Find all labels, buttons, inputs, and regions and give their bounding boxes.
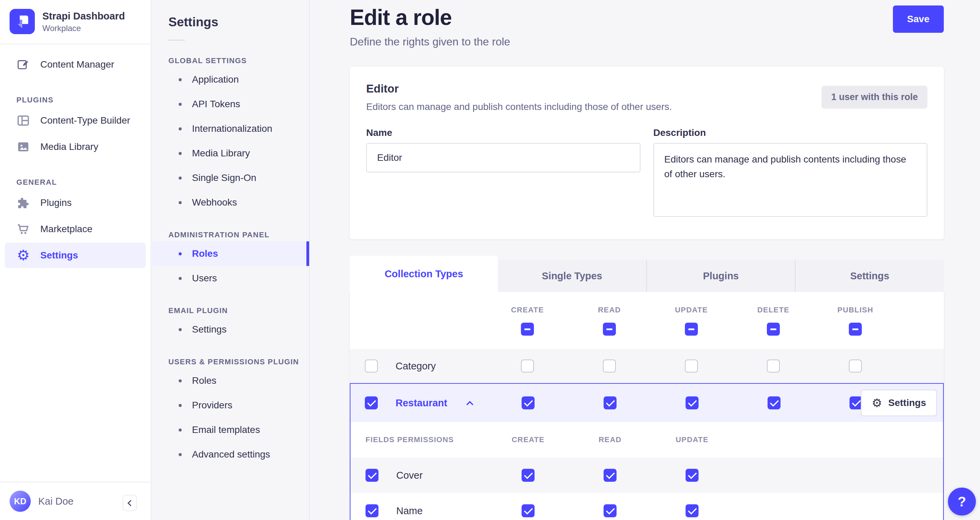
bullet-icon: [179, 201, 182, 204]
name-update-checkbox[interactable]: [686, 504, 698, 517]
brand-workplace: Workplace: [42, 24, 125, 33]
select-all-update-checkbox[interactable]: [685, 323, 698, 336]
fields-column-read: READ: [598, 435, 621, 444]
chevron-up-icon: [466, 401, 473, 408]
permissions-header-row: CREATE READ UPDATE DELETE PUBLISH: [350, 292, 944, 349]
main-content: Edit a role Define the rights given to t…: [310, 0, 980, 520]
page-header: Edit a role Define the rights given to t…: [350, 5, 944, 48]
fields-permissions-header: FIELDS PERMISSIONS CREATE READ UPDATE: [350, 422, 943, 458]
subnav-item-single-sign-on[interactable]: Single Sign-On: [152, 165, 309, 190]
sidebar-section-plugins: PLUGINS: [16, 95, 151, 105]
permissions-tabs: Collection Types Single Types Plugins Se…: [350, 256, 944, 292]
role-details-card: Editor Editors can manage and publish co…: [350, 67, 944, 239]
subnav-item-internationalization[interactable]: Internationalization: [152, 116, 309, 141]
fields-column-create: CREATE: [512, 435, 544, 444]
cart-icon: [16, 222, 31, 237]
bullet-icon: [179, 152, 182, 155]
layout-grid-icon: [16, 113, 31, 128]
sidebar-item-content-type-builder[interactable]: Content-Type Builder: [5, 108, 146, 133]
subnav-item-email-settings[interactable]: Settings: [152, 317, 309, 342]
tab-settings[interactable]: Settings: [795, 260, 944, 292]
sidebar-item-label: Content Manager: [40, 59, 114, 70]
users-with-role-button[interactable]: 1 user with this role: [821, 86, 928, 108]
category-publish-checkbox[interactable]: [849, 359, 862, 372]
user-name: Kai Doe: [38, 496, 73, 507]
category-row-checkbox[interactable]: [365, 359, 378, 372]
restaurant-create-checkbox[interactable]: [522, 396, 535, 409]
divider: [169, 40, 185, 41]
role-title: Editor: [366, 82, 672, 95]
cover-create-checkbox[interactable]: [522, 469, 535, 482]
role-description-textarea[interactable]: Editors can manage and publish contents …: [654, 143, 928, 217]
subnav-item-users[interactable]: Users: [152, 266, 309, 291]
restaurant-settings-button[interactable]: ⚙ Settings: [861, 390, 937, 416]
fields-column-update: UPDATE: [676, 435, 708, 444]
fields-permissions-title: FIELDS PERMISSIONS: [350, 435, 487, 444]
sidebar-item-label: Marketplace: [40, 224, 92, 235]
sidebar-collapse-button[interactable]: [123, 495, 137, 511]
picture-icon: [16, 139, 31, 154]
cover-read-checkbox[interactable]: [604, 469, 617, 482]
subnav-item-advanced-settings[interactable]: Advanced settings: [152, 442, 309, 467]
select-all-publish-checkbox[interactable]: [849, 323, 862, 336]
restaurant-delete-checkbox[interactable]: [768, 396, 781, 409]
sidebar-item-settings[interactable]: ⚙ Settings: [5, 243, 146, 268]
save-button[interactable]: Save: [893, 5, 944, 33]
role-name-input[interactable]: [366, 143, 641, 172]
name-row-checkbox[interactable]: [366, 504, 379, 517]
sidebar-item-marketplace[interactable]: Marketplace: [5, 216, 146, 242]
category-create-checkbox[interactable]: [521, 359, 534, 372]
help-button[interactable]: ?: [948, 488, 976, 515]
page-title: Edit a role: [350, 5, 944, 30]
select-all-read-checkbox[interactable]: [603, 323, 616, 336]
subnav-item-up-roles[interactable]: Roles: [152, 368, 309, 393]
avatar: KD: [10, 491, 31, 512]
tab-collection-types[interactable]: Collection Types: [350, 256, 498, 292]
sidebar-item-label: Settings: [40, 250, 78, 261]
bullet-icon: [179, 328, 182, 331]
subnav-item-webhooks[interactable]: Webhooks: [152, 190, 309, 215]
content-manager-icon: [16, 57, 31, 72]
category-update-checkbox[interactable]: [685, 359, 698, 372]
subnav-item-roles[interactable]: Roles: [152, 242, 309, 266]
subnav-section-users-permissions-plugin: USERS & PERMISSIONS PLUGIN: [169, 358, 309, 366]
permissions-section: Collection Types Single Types Plugins Se…: [350, 256, 944, 520]
select-all-create-checkbox[interactable]: [521, 323, 534, 336]
sidebar-item-media-library[interactable]: Media Library: [5, 134, 146, 159]
bullet-icon: [179, 428, 182, 432]
brand-title: Strapi Dashboard: [42, 10, 125, 22]
cover-row-checkbox[interactable]: [366, 469, 379, 482]
cover-update-checkbox[interactable]: [686, 469, 698, 482]
restaurant-update-checkbox[interactable]: [686, 396, 698, 409]
strapi-logo-icon: [10, 9, 35, 34]
tab-plugins[interactable]: Plugins: [646, 260, 795, 292]
sidebar-item-plugins[interactable]: Plugins: [5, 190, 146, 215]
sidebar-section-general: GENERAL: [16, 178, 151, 187]
select-all-delete-checkbox[interactable]: [767, 323, 780, 336]
category-delete-checkbox[interactable]: [767, 359, 780, 372]
subnav-item-label: Roles: [192, 375, 216, 386]
restaurant-read-checkbox[interactable]: [604, 396, 617, 409]
bullet-icon: [179, 127, 182, 130]
category-read-checkbox[interactable]: [603, 359, 616, 372]
tab-single-types[interactable]: Single Types: [498, 260, 646, 292]
brand: Strapi Dashboard Workplace: [0, 0, 151, 45]
bullet-icon: [179, 277, 182, 280]
sidebar-item-content-manager[interactable]: Content Manager: [5, 52, 146, 77]
subnav-section-global-settings: GLOBAL SETTINGS: [169, 56, 309, 65]
bullet-icon: [179, 453, 182, 456]
subnav-item-email-templates[interactable]: Email templates: [152, 418, 309, 442]
subnav-item-label: Providers: [192, 400, 232, 411]
restaurant-row-checkbox[interactable]: [365, 396, 378, 409]
column-label-publish: PUBLISH: [838, 305, 873, 315]
name-create-checkbox[interactable]: [522, 504, 535, 517]
subnav-item-api-tokens[interactable]: API Tokens: [152, 92, 309, 116]
name-read-checkbox[interactable]: [604, 504, 617, 517]
subnav-item-application[interactable]: Application: [152, 67, 309, 92]
settings-button-label: Settings: [888, 398, 926, 408]
subnav-item-media-library[interactable]: Media Library: [152, 141, 309, 165]
subnav-item-label: Settings: [192, 324, 226, 335]
subnav-item-providers[interactable]: Providers: [152, 393, 309, 418]
row-label: Name: [396, 505, 423, 517]
restaurant-collapse-toggle[interactable]: Restaurant: [350, 396, 487, 409]
